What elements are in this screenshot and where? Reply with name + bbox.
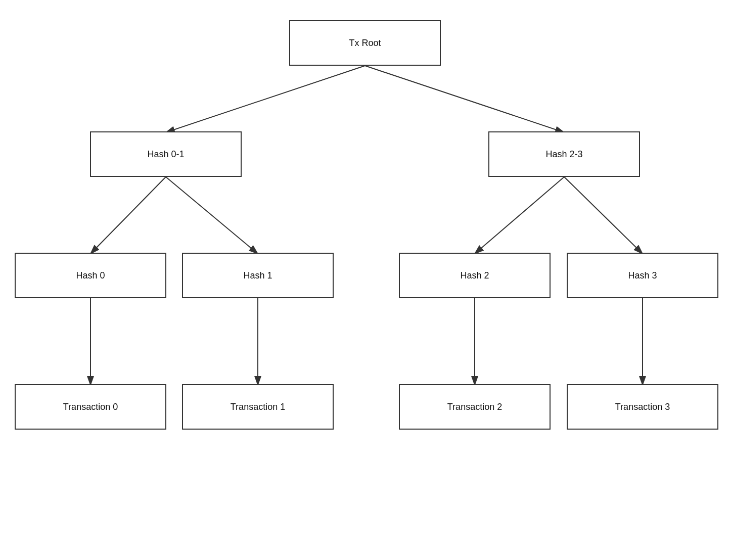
node-hash2: Hash 2: [399, 253, 551, 298]
node-tx3: Transaction 3: [567, 384, 718, 430]
edge-hash01-hash0: [90, 177, 166, 254]
node-tx-root: Tx Root: [289, 20, 441, 66]
node-hash23: Hash 2-3: [488, 131, 640, 177]
edge-hash01-hash1: [166, 177, 258, 254]
edge-tx-root-hash23: [365, 66, 564, 132]
node-hash1: Hash 1: [182, 253, 334, 298]
node-hash01: Hash 0-1: [90, 131, 242, 177]
node-tx2: Transaction 2: [399, 384, 551, 430]
node-hash0: Hash 0: [15, 253, 166, 298]
node-hash3: Hash 3: [567, 253, 718, 298]
node-tx1: Transaction 1: [182, 384, 334, 430]
edge-tx-root-hash01: [166, 66, 365, 132]
node-tx0: Transaction 0: [15, 384, 166, 430]
merkle-tree: Tx RootHash 0-1Hash 2-3Hash 0Hash 1Hash …: [0, 0, 730, 560]
edge-hash23-hash2: [475, 177, 564, 254]
edge-hash23-hash3: [564, 177, 643, 254]
